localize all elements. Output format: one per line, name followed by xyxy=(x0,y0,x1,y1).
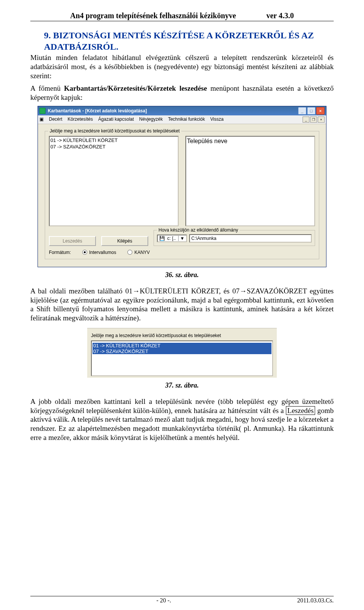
section-heading: 9. BIZTONSÁGI MENTÉS KÉSZÍTÉSE A KÖRZETE… xyxy=(30,30,334,52)
screenshot-window-2: Jelölje meg a leszedésre kerülő körzettí… xyxy=(87,328,277,378)
group-label: Jelölje meg a leszedésre kerülő körzettí… xyxy=(48,128,181,134)
text: A főmenü xyxy=(30,84,64,92)
settlement-listbox[interactable]: Település neve xyxy=(185,136,315,226)
group-label: Jelölje meg a leszedésre kerülő körzettí… xyxy=(91,333,273,338)
district-type-listbox[interactable]: 01 -> KÜLTERÜLETI KÖRZET 07 -> SZAVAZÓKÖ… xyxy=(49,136,179,226)
page-footer: - 20 -. 2011.03.03.Cs. xyxy=(30,596,334,604)
toolbar-icon[interactable]: ▣ xyxy=(39,117,44,123)
paragraph-right-panel: A jobb oldali mezőben kattintani kell a … xyxy=(30,397,334,442)
doc-version: ver 4.3.0 xyxy=(266,11,293,20)
footer-date: 2011.03.03.Cs. xyxy=(297,597,334,604)
paragraph-menu-path: A főmenü Karbantartás/Körzetesítés/Körze… xyxy=(30,84,334,102)
maximize-button[interactable]: □ xyxy=(307,107,315,115)
destination-label: Hova készüljön az elküldendő állomány xyxy=(157,227,240,233)
close-button[interactable]: × xyxy=(316,107,325,115)
mdi-restore-button[interactable]: ❐ xyxy=(310,117,317,123)
mdi-minimize-button[interactable]: _ xyxy=(303,117,309,123)
path-field[interactable]: C:\Anmunka xyxy=(189,234,312,243)
menu-path-bold: Karbantartás/Körzetesítés/Körzetek lesze… xyxy=(64,84,207,92)
list-item-selected[interactable]: 01 -> KÜLTERÜLETI KÖRZET xyxy=(93,343,271,348)
destination-group: Hova készüljön az elküldendő állomány 💾 … xyxy=(154,230,315,246)
menu-nevjegyzek[interactable]: Névjegyzék xyxy=(139,117,163,123)
kilepes-button[interactable]: Kilépés xyxy=(101,236,148,246)
doc-title: An4 program telepítésének felhasználói k… xyxy=(70,11,236,20)
section-heading-l2: ADATBÁZISRÓL. xyxy=(44,42,118,52)
menu-vissza[interactable]: Vissza xyxy=(210,117,224,123)
menubar: ▣ Decért Körzetesítés Ágazati kapcsolat … xyxy=(38,115,326,124)
drive-icon: 💾 xyxy=(159,236,165,241)
figure-caption-2: 37. sz. ábra. xyxy=(30,381,334,389)
menu-decert[interactable]: Decért xyxy=(49,117,62,123)
radio-label: Intervallumos xyxy=(89,250,116,255)
radio-kanyv[interactable]: KANYV xyxy=(127,250,150,255)
paragraph-selection: A bal oldali mezőben található 01→KÜLTER… xyxy=(30,287,334,323)
selection-group: Jelölje meg a leszedésre kerülő körzettí… xyxy=(45,131,319,259)
district-type-listbox-selected[interactable]: 01 -> KÜLTERÜLETI KÖRZET 07 -> SZAVAZÓKÖ… xyxy=(91,340,273,376)
radio-label: KANYV xyxy=(134,250,150,255)
menu-technikai[interactable]: Technikai funkciók xyxy=(168,117,205,123)
format-label: Formátum: xyxy=(49,250,71,255)
menu-agazati[interactable]: Ágazati kapcsolat xyxy=(98,117,134,123)
list-item-selected[interactable]: 07 -> SZAVAZÓKÖRZET xyxy=(93,348,271,354)
radio-intervallumos[interactable]: Intervallumos xyxy=(82,250,116,255)
paragraph-intro: Miután minden feladatot hibátlanul elvég… xyxy=(30,53,334,80)
drive-text: c: [.. xyxy=(167,236,176,241)
minimize-button[interactable]: _ xyxy=(298,107,306,115)
screenshot-window-1: Karbantartások - [Körzet adatok leváloga… xyxy=(38,106,326,267)
figure-caption-1: 36. sz. ábra. xyxy=(30,271,334,279)
page-number: - 20 -. xyxy=(157,597,171,604)
titlebar: Karbantartások - [Körzet adatok leváloga… xyxy=(38,106,326,115)
list-item[interactable]: 07 -> SZAVAZÓKÖRZET xyxy=(50,144,177,150)
window-title: Karbantartások - [Körzet adatok leváloga… xyxy=(48,108,147,113)
app-icon xyxy=(39,108,46,114)
button-name-boxed: Leszedés xyxy=(286,406,315,415)
radio-icon xyxy=(127,250,132,255)
drive-combobox[interactable]: 💾 c: [.. ▼ xyxy=(157,235,187,242)
mdi-close-button[interactable]: × xyxy=(318,117,325,123)
leszedes-button[interactable]: Leszedés xyxy=(49,236,96,246)
list-item[interactable]: Település neve xyxy=(187,137,314,145)
menu-korzetesites[interactable]: Körzetesítés xyxy=(67,117,93,123)
list-item[interactable]: 01 -> KÜLTERÜLETI KÖRZET xyxy=(50,137,177,144)
section-heading-l1: 9. BIZTONSÁGI MENTÉS KÉSZÍTÉSE A KÖRZETE… xyxy=(44,30,314,40)
chevron-down-icon[interactable]: ▼ xyxy=(178,236,185,241)
radio-icon xyxy=(82,250,87,255)
